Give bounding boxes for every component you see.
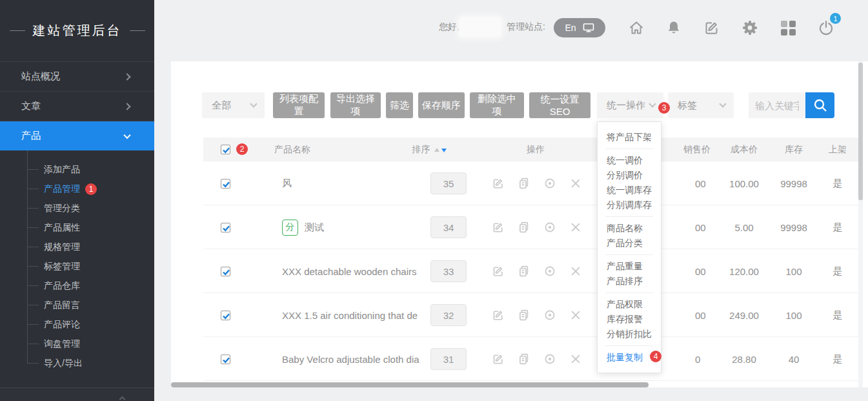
menu-item-separate-price[interactable]: 分别调价 [598,168,661,183]
sidebar-bottom-section[interactable] [0,387,154,401]
home-icon[interactable] [627,19,645,37]
chevron-down-icon [250,100,257,107]
preview-icon[interactable] [543,221,556,234]
language-switch[interactable]: En [554,18,605,37]
product-name[interactable]: 分 测试 [282,205,423,249]
col-header-name[interactable]: 产品名称 [260,138,325,161]
product-name[interactable]: Baby Velcro adjustable cloth dia [282,337,423,381]
copy-icon[interactable] [518,177,530,190]
submenu-inquiry-management[interactable]: 询盘管理 [0,334,154,353]
sort-desc-icon[interactable] [441,149,447,152]
content-card: 全部 列表项配置 导出选择项 筛选 保存顺序 删除选中项 统一设置SEO 统一操… [171,61,868,387]
sidebar-item-products[interactable]: 产品 [0,121,154,150]
bulk-operations-menu: 将产品下架 统一调价 分别调价 统一调库存 分别调库存 商品名称 产品分类 产品… [597,121,661,373]
menu-item-product-name[interactable]: 商品名称 [598,221,661,236]
filter-button[interactable]: 筛选 [386,92,413,118]
copy-icon[interactable] [518,353,530,365]
sidebar-item-articles[interactable]: 文章 [0,91,154,121]
tags-dropdown[interactable]: 标签 [668,92,734,118]
edit-icon[interactable] [492,265,505,278]
submenu-import-export[interactable]: 导入/导出 [0,353,154,373]
copy-icon[interactable] [518,265,530,278]
menu-item-unified-price[interactable]: 统一调价 [598,153,661,168]
settings-gear-icon[interactable] [741,19,759,37]
row-checkbox[interactable] [221,267,230,276]
col-header-weight[interactable]: 重量 [847,138,868,161]
menu-item-stock-alert[interactable]: 库存报警 [598,312,661,327]
product-name[interactable]: XXX detachable wooden chairs [282,249,423,293]
col-header-sort[interactable]: 排序 [394,138,465,161]
edit-icon[interactable] [492,221,505,234]
sort-order-input[interactable] [430,348,467,370]
sort-order-input[interactable] [430,172,467,194]
filter-all-dropdown[interactable]: 全部 [202,92,265,118]
save-order-button[interactable]: 保存顺序 [418,92,465,118]
preview-icon[interactable] [543,265,556,278]
submenu-add-product[interactable]: 添加产品 [0,159,154,179]
sort-asc-icon[interactable] [434,148,439,152]
username-redacted [459,17,501,37]
edit-icon[interactable] [492,177,505,190]
submenu-spec-management[interactable]: 规格管理 [0,237,154,256]
sort-order-input[interactable] [430,216,467,238]
weight-value: 0.00 [847,161,868,205]
sidebar-item-site-overview[interactable]: 站点概况 [0,61,154,91]
chevron-icon [119,396,126,401]
copy-icon[interactable] [518,309,530,322]
menu-item-take-down[interactable]: 将产品下架 [598,130,661,145]
submenu-manage-categories[interactable]: 管理分类 [0,198,154,218]
export-selected-button[interactable]: 导出选择项 [330,92,381,118]
copy-icon[interactable] [518,221,530,234]
row-checkbox[interactable] [221,223,230,232]
submenu-product-reviews[interactable]: 产品评论 [0,314,154,334]
edit-icon[interactable] [492,309,505,322]
delete-icon[interactable] [569,309,582,322]
menu-item-product-sort[interactable]: 产品排序 [598,274,661,289]
menu-item-product-weight[interactable]: 产品重量 [598,259,661,274]
edit-icon[interactable] [703,19,721,37]
row-checkbox[interactable] [221,311,230,320]
category-tag: 分 [282,220,298,236]
sort-order-input[interactable] [430,260,467,282]
notifications-bell-icon[interactable] [665,19,683,37]
delete-selected-button[interactable]: 删除选中项 [470,92,524,118]
preview-icon[interactable] [543,353,556,365]
submenu-product-messages[interactable]: 产品留言 [0,295,154,314]
list-config-button[interactable]: 列表项配置 [273,92,325,118]
sort-order-input[interactable] [430,304,467,326]
menu-divider [605,345,653,346]
submenu-product-warehouse[interactable]: 产品仓库 [0,276,154,295]
top-header: 您好, 管理站点: En [154,0,868,61]
product-name[interactable]: XXX 1.5 air conditioning that de [282,293,423,337]
submenu-tag-management[interactable]: 标签管理 [0,256,154,276]
menu-item-product-permission[interactable]: 产品权限 [598,297,661,312]
menu-item-product-category[interactable]: 产品分类 [598,236,661,251]
product-name[interactable]: 风 [282,161,423,205]
preview-icon[interactable] [543,177,556,190]
delete-icon[interactable] [569,353,582,365]
search-button[interactable] [805,92,834,118]
horizontal-scrollbar-thumb[interactable] [171,382,649,387]
apps-grid-icon[interactable] [779,19,797,37]
delete-icon[interactable] [569,265,582,278]
search-icon [812,98,828,113]
edit-icon[interactable] [492,353,505,365]
batch-copy-badge: 4 [650,351,661,362]
select-all-checkbox[interactable] [221,145,230,154]
submenu-product-attributes[interactable]: 产品属性 [0,218,154,237]
vertical-scrollbar-thumb[interactable] [858,63,863,200]
submenu-product-management[interactable]: 产品管理1 [0,179,154,198]
menu-item-unified-stock[interactable]: 统一调库存 [598,183,661,198]
bulk-operations-dropdown[interactable]: 统一操作 [597,92,663,118]
delete-icon[interactable] [569,177,582,190]
delete-icon[interactable] [569,221,582,234]
search-input[interactable] [749,92,805,118]
row-checkbox[interactable] [221,355,230,364]
menu-item-distribution-discount[interactable]: 分销折扣比 [598,327,661,342]
row-checkbox[interactable] [221,179,230,189]
menu-item-separate-stock[interactable]: 分别调库存 [598,198,661,212]
chevron-down-icon [649,100,656,107]
seo-settings-button[interactable]: 统一设置SEO [529,92,590,118]
preview-icon[interactable] [543,309,556,322]
manage-site-label: 管理站点: [507,21,545,33]
